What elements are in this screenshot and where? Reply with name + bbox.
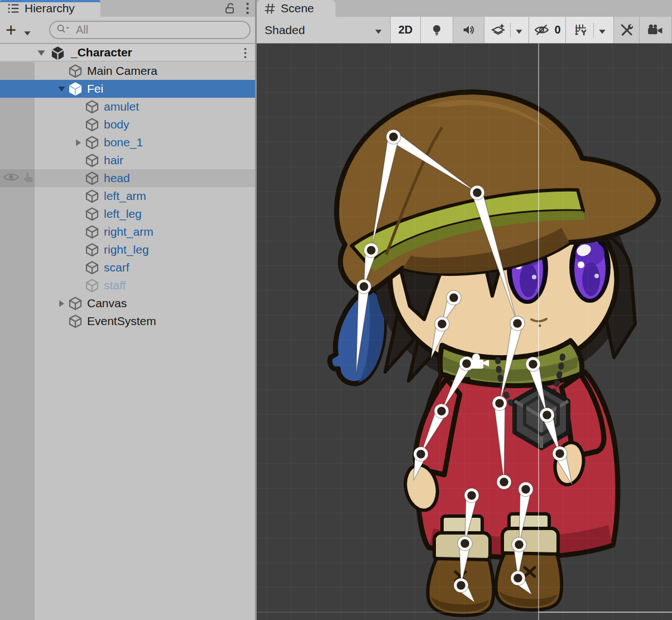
row-content[interactable]: body (35, 116, 255, 133)
hierarchy-item-bone-1[interactable]: bone_1 (0, 133, 255, 151)
row-content[interactable]: right_leg (35, 241, 255, 259)
hierarchy-item-left-arm[interactable]: left_arm (0, 187, 255, 205)
hierarchy-item-main-camera[interactable]: Main Camera (0, 62, 255, 80)
foldout-down-icon[interactable] (55, 85, 68, 92)
pickability-hand-icon[interactable] (22, 170, 35, 186)
hierarchy-item-amulet[interactable]: amulet (0, 98, 255, 116)
bone-joint[interactable] (386, 130, 401, 144)
hierarchy-item-fei[interactable]: Fei (0, 80, 255, 98)
row-content[interactable]: EventSystem (35, 312, 255, 330)
hierarchy-item-right-leg[interactable]: right_leg (0, 241, 255, 259)
bone-joint[interactable] (470, 185, 484, 200)
visibility-eye-icon[interactable] (3, 171, 20, 185)
hierarchy-item-right-arm[interactable]: right_arm (0, 223, 255, 241)
foldout-right-icon[interactable] (71, 139, 85, 147)
row-gutter[interactable] (0, 169, 35, 187)
foldout-right-icon[interactable] (55, 299, 68, 308)
bone-joint[interactable] (511, 571, 525, 585)
tools-toggle[interactable] (614, 17, 640, 43)
lock-open-icon[interactable] (223, 2, 237, 17)
bone-gizmo[interactable] (500, 325, 522, 403)
bone-joint[interactable] (497, 475, 511, 489)
hierarchy-item-staff[interactable]: staff (0, 276, 255, 294)
bone-joint[interactable] (512, 537, 526, 552)
scene-foldout-icon[interactable] (37, 49, 46, 56)
bone-joint[interactable] (492, 396, 507, 411)
row-content[interactable]: left_arm (35, 187, 255, 205)
unity-logo-icon (50, 45, 65, 60)
shading-dropdown[interactable]: Shaded (257, 17, 391, 43)
bone-gizmo[interactable] (519, 492, 531, 545)
row-content[interactable]: Canvas (35, 294, 255, 312)
bone-joint[interactable] (454, 578, 468, 593)
row-content[interactable]: bone_1 (35, 133, 255, 151)
row-gutter (0, 223, 35, 241)
bone-joint[interactable] (519, 482, 533, 497)
hierarchy-list-icon (7, 2, 20, 15)
main-camera-gizmo[interactable] (471, 354, 489, 369)
hierarchy-toolbar: + (0, 17, 255, 44)
create-object-button[interactable]: + (6, 19, 16, 41)
bone-gizmo[interactable] (371, 139, 398, 250)
hierarchy-item-left-leg[interactable]: left_leg (0, 205, 255, 223)
bone-joint[interactable] (414, 447, 428, 461)
row-content[interactable]: left_leg (35, 205, 255, 223)
bone-joint[interactable] (357, 279, 371, 294)
bone-joint[interactable] (540, 408, 554, 422)
row-content[interactable]: amulet (35, 98, 255, 116)
bone-joint[interactable] (435, 317, 449, 331)
row-content[interactable]: head (35, 169, 255, 187)
scene-menu-kebab-icon[interactable] (243, 47, 247, 61)
lighting-toggle[interactable] (421, 17, 453, 43)
item-label: right_leg (104, 243, 149, 256)
bone-joint[interactable] (464, 488, 479, 503)
tab-scene[interactable]: Scene (257, 0, 335, 17)
tab-hierarchy[interactable]: Hierarchy (0, 0, 100, 17)
row-content[interactable]: hair (35, 151, 255, 169)
row-gutter (0, 259, 35, 276)
bone-joint[interactable] (458, 536, 472, 551)
bone-gizmo[interactable] (393, 134, 477, 193)
bone-joint[interactable] (526, 357, 540, 371)
hierarchy-item-head[interactable]: head (0, 169, 255, 187)
bone-gizmo[interactable] (495, 406, 505, 482)
row-content[interactable]: scarf (35, 259, 255, 276)
row-content[interactable]: Main Camera (35, 62, 255, 80)
2d-toggle[interactable]: 2D (391, 17, 421, 43)
chevron-down-icon[interactable] (515, 23, 523, 37)
row-content[interactable]: staff (35, 276, 255, 294)
search-input[interactable] (75, 23, 244, 37)
grid-visibility[interactable] (566, 17, 614, 43)
hierarchy-item-canvas[interactable]: Canvas (0, 294, 255, 312)
row-content[interactable]: Fei (35, 80, 255, 98)
bone-joint[interactable] (364, 243, 378, 257)
chevron-down-icon[interactable] (375, 23, 382, 37)
bone-joint[interactable] (553, 446, 567, 461)
scene-viewport[interactable] (257, 44, 672, 620)
camera-menu[interactable] (640, 17, 672, 43)
hidden-objects-label: 0 (554, 23, 560, 36)
hierarchy-item-eventsystem[interactable]: EventSystem (0, 312, 255, 330)
item-label: left_leg (104, 207, 142, 221)
gameobject-cube-icon (85, 153, 99, 168)
hierarchy-item-hair[interactable]: hair (0, 151, 255, 169)
bone-rig-overlay[interactable] (257, 44, 672, 620)
row-content[interactable]: right_arm (35, 223, 255, 241)
hierarchy-search-field[interactable] (49, 21, 251, 39)
bone-gizmo[interactable] (473, 194, 517, 323)
scene-header-row[interactable]: _Character (0, 44, 255, 61)
bone-joint[interactable] (447, 290, 461, 305)
hierarchy-item-body[interactable]: body (0, 116, 255, 133)
audio-toggle[interactable] (453, 17, 484, 43)
effects-dropdown[interactable] (484, 17, 529, 43)
row-gutter (0, 116, 35, 133)
hierarchy-menu-kebab-icon[interactable] (246, 2, 249, 17)
bone-joint[interactable] (434, 404, 449, 418)
chevron-down-icon[interactable] (598, 23, 606, 37)
bone-gizmo[interactable] (529, 365, 547, 415)
create-object-caret-icon[interactable] (23, 28, 31, 38)
hierarchy-item-scarf[interactable]: scarf (0, 259, 255, 276)
bone-gizmo[interactable] (356, 289, 369, 374)
hidden-objects[interactable]: 0 (529, 17, 566, 43)
bone-joint[interactable] (510, 316, 525, 331)
